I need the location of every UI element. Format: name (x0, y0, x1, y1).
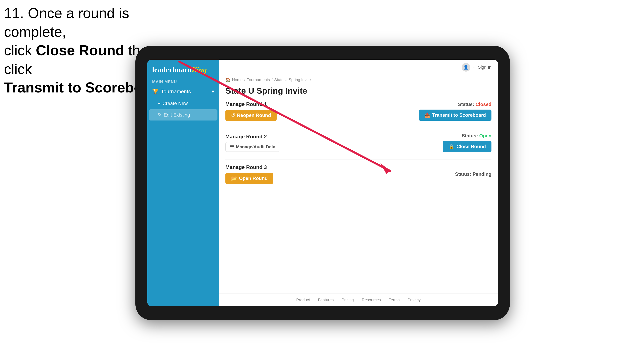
close-round-label: Close Round (456, 144, 486, 149)
page-content: State U Spring Invite Manage Round 1 ↺ R… (219, 83, 498, 294)
instruction-line1: 11. Once a round is complete, (4, 4, 183, 41)
round-3-section: Manage Round 3 📂 Open Round Status: Pend… (226, 164, 492, 184)
trophy-icon: 🏆 (152, 88, 158, 95)
open-round-label: Open Round (239, 175, 268, 181)
breadcrumb-current-page: State U Spring Invite (274, 78, 311, 82)
breadcrumb-tournaments[interactable]: Tournaments (247, 78, 270, 82)
plus-icon: + (158, 101, 160, 106)
round-1-right: Status: Closed 📤 Transmit to Scoreboard (419, 102, 492, 121)
sidebar-item-tournaments[interactable]: 🏆 Tournaments ▾ (147, 85, 219, 98)
main-content: 👤 → Sign In 🏠 Home / Tournaments / State… (219, 60, 498, 306)
round-3-status: Status: Pending (455, 172, 492, 177)
round-1-title: Manage Round 1 (226, 101, 276, 107)
round-1-divider (226, 128, 492, 128)
footer-link-features[interactable]: Features (318, 298, 334, 302)
round-3-title: Manage Round 3 (226, 164, 273, 171)
create-new-label: Create New (162, 101, 188, 106)
footer-link-pricing[interactable]: Pricing (342, 298, 354, 302)
close-round-button[interactable]: 🔒 Close Round (443, 141, 492, 152)
sign-in-button[interactable]: 👤 → Sign In (462, 63, 492, 72)
footer-link-terms[interactable]: Terms (389, 298, 400, 302)
logo-king: King (192, 65, 207, 74)
round-2-left: Manage Round 2 ☰ Manage/Audit Data (226, 134, 280, 152)
logo-leaderboard: leaderboard (152, 65, 192, 74)
sidebar-edit-existing[interactable]: ✎ Edit Existing (149, 109, 218, 121)
transmit-icon: 📤 (424, 112, 430, 118)
sidebar: leaderboardKing MAIN MENU 🏆 Tournaments … (147, 60, 219, 306)
logo: leaderboardKing (152, 65, 214, 74)
open-round-button[interactable]: 📂 Open Round (226, 173, 273, 184)
instruction-bold1: Close Round (36, 42, 124, 58)
breadcrumb-sep1: / (244, 78, 245, 82)
round-2-status: Status: Open (462, 133, 492, 139)
breadcrumb-sep2: / (272, 78, 273, 82)
reopen-round-label: Reopen Round (237, 113, 271, 118)
open-round-icon: 📂 (231, 175, 237, 181)
sidebar-tournaments-label: Tournaments (161, 88, 191, 95)
tablet-screen: leaderboardKing MAIN MENU 🏆 Tournaments … (147, 60, 498, 306)
manage-audit-label: Manage/Audit Data (236, 144, 276, 150)
edit-icon: ✎ (158, 112, 162, 118)
main-menu-label: MAIN MENU (147, 78, 219, 85)
breadcrumb-home[interactable]: Home (232, 78, 242, 82)
round-1-left: Manage Round 1 ↺ Reopen Round (226, 101, 276, 121)
round-2-right: Status: Open 🔒 Close Round (443, 133, 492, 152)
sign-in-arrow-icon: → (472, 65, 476, 70)
close-round-icon: 🔒 (448, 144, 454, 149)
footer-link-resources[interactable]: Resources (362, 298, 381, 302)
round-1-status: Status: Closed (458, 102, 492, 107)
transmit-label: Transmit to Scoreboard (432, 112, 486, 118)
logo-area: leaderboardKing (147, 60, 219, 78)
manage-icon: ☰ (230, 144, 234, 150)
avatar: 👤 (462, 63, 470, 72)
manage-audit-data-button[interactable]: ☰ Manage/Audit Data (226, 142, 280, 152)
sidebar-item-tournaments-inner: 🏆 Tournaments (152, 88, 191, 95)
footer: Product Features Pricing Resources Terms… (219, 294, 498, 306)
round-2-divider (226, 159, 492, 160)
round-2-title: Manage Round 2 (226, 134, 280, 140)
page-title: State U Spring Invite (226, 86, 492, 96)
round-2-section: Manage Round 2 ☰ Manage/Audit Data Statu… (226, 133, 492, 152)
home-icon: 🏠 (226, 77, 230, 82)
breadcrumb: 🏠 Home / Tournaments / State U Spring In… (219, 75, 498, 83)
edit-existing-label: Edit Existing (164, 112, 190, 118)
round-1-section: Manage Round 1 ↺ Reopen Round Status: Cl… (226, 101, 492, 121)
app-layout: leaderboardKing MAIN MENU 🏆 Tournaments … (147, 60, 498, 306)
tablet-device: leaderboardKing MAIN MENU 🏆 Tournaments … (136, 46, 510, 320)
reopen-icon: ↺ (231, 113, 235, 118)
reopen-round-button[interactable]: ↺ Reopen Round (226, 110, 276, 121)
top-bar: 👤 → Sign In (219, 60, 498, 75)
sidebar-create-new[interactable]: + Create New (147, 98, 219, 109)
footer-link-product[interactable]: Product (296, 298, 310, 302)
chevron-down-icon: ▾ (212, 88, 214, 95)
round-3-left: Manage Round 3 📂 Open Round (226, 164, 273, 184)
round-3-right: Status: Pending (455, 172, 492, 177)
transmit-to-scoreboard-button[interactable]: 📤 Transmit to Scoreboard (419, 110, 492, 121)
sign-in-label: Sign In (478, 65, 492, 70)
footer-link-privacy[interactable]: Privacy (408, 298, 421, 302)
